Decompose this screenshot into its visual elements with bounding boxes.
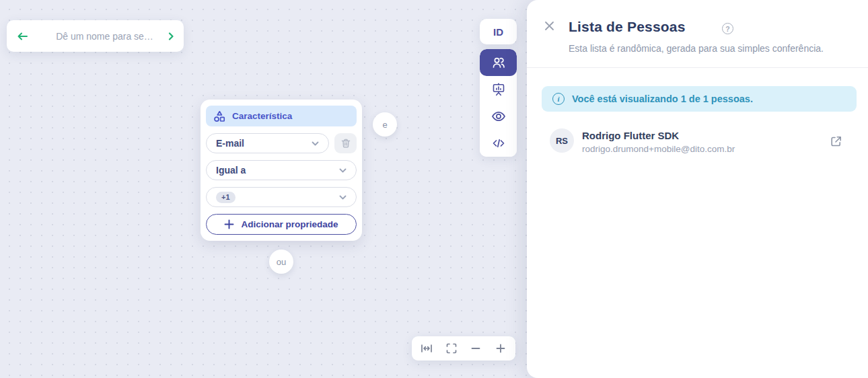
chevron-down-icon	[338, 192, 348, 202]
people-list-panel: Lista de Pessoas ? Esta lista é randômic…	[527, 0, 868, 378]
back-button[interactable]	[16, 30, 29, 42]
people-icon	[491, 54, 507, 71]
property-select-value: E-mail	[216, 138, 310, 149]
zoom-out-button[interactable]	[466, 338, 486, 358]
avatar-initials: RS	[556, 136, 568, 146]
chevron-right-icon	[166, 31, 176, 42]
preview-tool-button[interactable]	[480, 103, 517, 130]
or-connector-node[interactable]: ou	[269, 250, 293, 274]
plus-icon	[495, 342, 507, 354]
values-count-badge: +1	[216, 192, 236, 203]
panel-subtitle: Esta lista é randômica, gerada para sua …	[569, 43, 824, 54]
node-card-header: Característica	[206, 106, 357, 126]
fit-width-icon	[420, 342, 433, 355]
person-email: rodrigo.drumond+mobile@dito.com.br	[582, 144, 735, 154]
property-select[interactable]: E-mail	[206, 133, 329, 153]
presentation-chart-icon	[491, 81, 507, 98]
info-icon: i	[552, 93, 565, 105]
add-property-button[interactable]: Adicionar propriedade	[206, 214, 357, 235]
id-tool-label: ID	[493, 26, 503, 38]
viewing-count-alert: i Você está visualizando 1 de 1 pessoas.	[542, 86, 857, 112]
eye-icon	[491, 108, 507, 124]
avatar: RS	[550, 128, 574, 153]
code-icon	[491, 135, 507, 151]
operator-select-value: Igual a	[216, 165, 338, 176]
node-card-title: Característica	[232, 111, 292, 121]
close-panel-button[interactable]	[543, 20, 556, 33]
external-link-icon	[829, 135, 843, 149]
person-list-item: RS Rodrigo Flutter SDK rodrigo.drumond+m…	[527, 126, 868, 159]
people-tool-button[interactable]	[480, 49, 517, 76]
or-connector-label: ou	[277, 257, 286, 267]
close-icon	[543, 20, 556, 33]
and-connector-label: e	[382, 120, 387, 130]
help-icon[interactable]: ?	[722, 23, 733, 34]
values-select[interactable]: +1	[206, 187, 357, 207]
shapes-icon	[213, 110, 226, 123]
panel-divider	[527, 67, 868, 68]
delete-condition-button[interactable]	[334, 133, 357, 153]
and-connector-node[interactable]: e	[373, 112, 397, 137]
fit-width-button[interactable]	[417, 338, 437, 358]
canvas-toolbar	[480, 49, 517, 157]
segment-name-bar	[7, 20, 184, 52]
submit-name-button[interactable]	[166, 31, 176, 42]
operator-select[interactable]: Igual a	[206, 160, 357, 180]
trash-icon	[340, 137, 352, 149]
code-tool-button[interactable]	[480, 130, 517, 157]
zoom-in-button[interactable]	[491, 338, 511, 358]
chevron-down-icon	[310, 139, 320, 149]
fullscreen-icon	[445, 342, 458, 355]
chevron-down-icon	[338, 165, 348, 176]
arrow-left-icon	[16, 30, 29, 42]
presentation-tool-button[interactable]	[480, 76, 517, 103]
id-tool-button[interactable]: ID	[480, 19, 517, 44]
plus-icon	[224, 219, 234, 229]
segment-name-input[interactable]	[44, 31, 166, 42]
person-name: Rodrigo Flutter SDK	[582, 130, 679, 141]
add-property-label: Adicionar propriedade	[241, 219, 338, 229]
panel-title: Lista de Pessoas	[569, 19, 686, 35]
viewing-count-text: Você está visualizando 1 de 1 pessoas.	[572, 93, 753, 104]
minus-icon	[470, 342, 482, 354]
fullscreen-button[interactable]	[441, 338, 462, 358]
zoom-controls	[412, 336, 515, 361]
characteristic-node-card: Característica E-mail Igual a	[201, 100, 362, 241]
open-person-button[interactable]	[829, 135, 844, 149]
